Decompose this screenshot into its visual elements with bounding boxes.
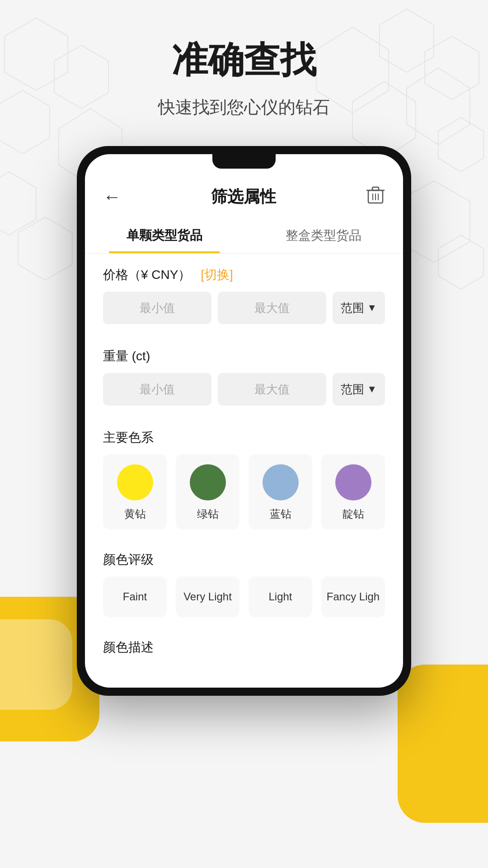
trash-button[interactable] xyxy=(366,185,385,209)
color-circle-green xyxy=(190,464,226,500)
color-circle-purple xyxy=(335,464,371,500)
price-range-dropdown[interactable]: 范围 ▼ xyxy=(333,292,385,324)
color-circle-yellow xyxy=(117,464,153,500)
color-label-green: 绿钻 xyxy=(197,507,219,521)
color-item-green[interactable]: 绿钻 xyxy=(176,454,239,529)
price-label: 价格（¥ CNY） [切换] xyxy=(103,266,385,283)
back-button[interactable]: ← xyxy=(103,187,121,207)
weight-min-input[interactable]: 最小值 xyxy=(103,373,211,406)
price-section: 价格（¥ CNY） [切换] 最小值 最大值 范围 ▼ xyxy=(85,254,403,324)
color-label-purple: 靛钻 xyxy=(343,507,364,521)
phone-screen: ← 筛选属性 单颗类型货品 xyxy=(85,154,403,688)
currency-switch[interactable]: [切换] xyxy=(201,268,233,282)
weight-label: 重量 (ct) xyxy=(103,348,385,365)
price-min-input[interactable]: 最小值 xyxy=(103,292,211,324)
tab-single[interactable]: 单颗类型货品 xyxy=(85,218,244,253)
grade-label: 颜色评级 xyxy=(103,551,385,568)
desc-label: 颜色描述 xyxy=(103,639,385,656)
color-circle-blue xyxy=(263,464,299,500)
grade-grid: Faint Very Light Light Fancy Ligh xyxy=(103,576,385,617)
color-label-yellow: 黄钻 xyxy=(124,507,146,521)
color-item-blue[interactable]: 蓝钻 xyxy=(249,454,312,529)
svg-rect-16 xyxy=(372,187,379,190)
color-item-yellow[interactable]: 黄钻 xyxy=(103,454,167,529)
hero-subtitle: 快速找到您心仪的钻石 xyxy=(158,96,330,119)
app-content: ← 筛选属性 单颗类型货品 xyxy=(85,154,403,688)
page-title: 筛选属性 xyxy=(211,186,276,208)
grade-section: 颜色评级 Faint Very Light Light Fancy Ligh xyxy=(85,538,403,617)
color-grid: 黄钻 绿钻 蓝钻 靛钻 xyxy=(103,454,385,529)
price-max-input[interactable]: 最大值 xyxy=(218,292,326,324)
color-label: 主要色系 xyxy=(103,429,385,446)
app-topbar: ← 筛选属性 xyxy=(85,172,403,218)
weight-section: 重量 (ct) 最小值 最大值 范围 ▼ xyxy=(85,335,403,406)
grade-item-faint[interactable]: Faint xyxy=(103,576,167,617)
tab-bar: 单颗类型货品 整盒类型货品 xyxy=(85,218,403,254)
price-input-row: 最小值 最大值 范围 ▼ xyxy=(103,292,385,324)
weight-input-row: 最小值 最大值 范围 ▼ xyxy=(103,373,385,406)
color-label-blue: 蓝钻 xyxy=(270,507,291,521)
phone-notch xyxy=(212,154,276,169)
tab-box[interactable]: 整盒类型货品 xyxy=(244,218,403,253)
color-item-purple[interactable]: 靛钻 xyxy=(321,454,385,529)
desc-section: 颜色描述 xyxy=(85,626,403,656)
grade-item-light[interactable]: Light xyxy=(249,576,312,617)
weight-range-dropdown[interactable]: 范围 ▼ xyxy=(333,373,385,406)
weight-max-input[interactable]: 最大值 xyxy=(218,373,326,406)
color-section: 主要色系 黄钻 绿钻 蓝钻 xyxy=(85,416,403,529)
grade-item-very-light[interactable]: Very Light xyxy=(176,576,239,617)
phone-mockup: ← 筛选属性 单颗类型货品 xyxy=(77,146,411,696)
grade-item-fancy-light[interactable]: Fancy Ligh xyxy=(321,576,385,617)
hero-title: 准确查找 xyxy=(172,36,316,85)
